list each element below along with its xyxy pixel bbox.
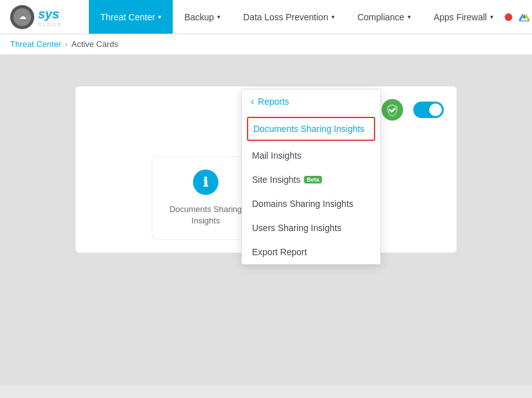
chevron-down-icon: ▾: [158, 13, 161, 20]
top-navigation: ☁ sys CLOUD Threat Center ▾ Backup ▾ Dat…: [0, 0, 532, 34]
logo-icon: ☁: [10, 5, 34, 29]
dropdown-back-label: Reports: [258, 96, 289, 107]
chevron-down-icon: ▾: [331, 13, 335, 20]
google-drive-icon[interactable]: [517, 10, 531, 24]
nav-right-actions: [505, 0, 532, 34]
nav-apps-firewall[interactable]: Apps Firewall ▾: [422, 0, 505, 34]
nav-threat-center[interactable]: Threat Center ▾: [89, 0, 173, 34]
chevron-down-icon: ▾: [408, 13, 411, 20]
dropdown-item-label: Domains Sharing Insights: [252, 199, 354, 209]
nav-data-loss-prevention[interactable]: Data Loss Prevention ▾: [232, 0, 346, 34]
info-icon: ℹ: [193, 169, 218, 195]
dropdown-item-label: Site Insights: [252, 175, 300, 185]
dropdown-item-label: Export Report: [252, 247, 307, 257]
back-arrow-icon: ‹: [251, 96, 254, 107]
breadcrumb: Threat Center › Active Cards: [0, 34, 532, 55]
breadcrumb-current: Active Cards: [72, 39, 119, 49]
chevron-down-icon: ▾: [490, 13, 493, 20]
nav-backup[interactable]: Backup ▾: [173, 0, 232, 34]
breadcrumb-parent[interactable]: Threat Center: [10, 39, 61, 49]
dropdown-item-users-sharing[interactable]: Users Sharing Insights: [242, 216, 380, 240]
logo: ☁ sys CLOUD: [0, 0, 89, 34]
dropdown-item-doc-sharing[interactable]: Documents Sharing Insights: [247, 117, 375, 141]
brand-sub: CLOUD: [38, 22, 62, 27]
breadcrumb-separator: ›: [65, 39, 67, 49]
nav-compliance[interactable]: Compliance ▾: [346, 0, 422, 34]
chevron-down-icon: ▾: [217, 13, 220, 20]
main-content: Reports ℹ Documents SharingInsights ℹ Ma…: [0, 55, 532, 385]
notification-dot[interactable]: [505, 13, 512, 21]
beta-badge: Beta: [304, 176, 322, 183]
dropdown-item-label: Mail Insights: [252, 150, 302, 161]
dropdown-item-site-insights[interactable]: Site Insights Beta: [242, 168, 380, 192]
dropdown-menu: ‹ Reports Documents Sharing Insights Mai…: [241, 89, 381, 265]
dropdown-item-export-report[interactable]: Export Report: [242, 240, 380, 264]
toggle-switch[interactable]: [413, 102, 444, 118]
report-card-label: Documents SharingInsights: [165, 204, 246, 227]
dropdown-back-button[interactable]: ‹ Reports: [242, 90, 380, 114]
shield-check-icon: [382, 99, 403, 121]
dropdown-item-domains-sharing[interactable]: Domains Sharing Insights: [242, 192, 380, 216]
dropdown-item-mail-insights[interactable]: Mail Insights: [242, 143, 380, 168]
brand-name: sys: [38, 7, 59, 21]
dropdown-item-label: Users Sharing Insights: [252, 223, 342, 233]
dropdown-item-label: Documents Sharing Insights: [253, 124, 364, 134]
